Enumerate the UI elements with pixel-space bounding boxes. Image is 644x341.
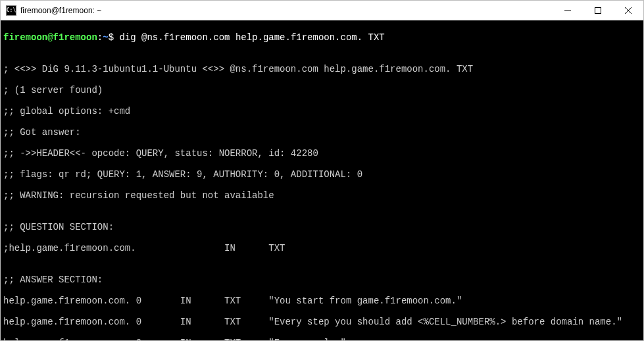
output-line: help.game.f1remoon.com. 0 IN TXT "Every … <box>3 317 641 327</box>
close-button[interactable] <box>613 1 643 20</box>
prompt-path: ~ <box>103 32 108 43</box>
minimize-button[interactable] <box>553 1 583 20</box>
terminal-body[interactable]: firemoon@f1remoon:~$ dig @ns.f1remoon.co… <box>1 20 643 340</box>
titlebar[interactable]: C:\ firemoon@f1remoon: ~ <box>1 1 643 20</box>
maximize-button[interactable] <box>583 1 613 20</box>
output-line: ;help.game.f1remoon.com. IN TXT <box>3 243 641 253</box>
svg-rect-1 <box>595 7 601 13</box>
output-line: help.game.f1remoon.com. 0 IN TXT "You st… <box>3 296 641 306</box>
terminal-window: C:\ firemoon@f1remoon: ~ firemoon@f1remo… <box>0 0 644 341</box>
output-line: help.game.f1remoon.com. 0 IN TXT "For ex… <box>3 338 641 340</box>
output-line: ;; ANSWER SECTION: <box>3 275 641 285</box>
prompt-user-host: firemoon@f1remoon <box>3 32 97 43</box>
close-icon <box>625 7 632 14</box>
output-line: ;; Got answer: <box>3 127 641 138</box>
prompt-dollar: $ <box>109 32 114 43</box>
output-line: ; (1 server found) <box>3 85 641 95</box>
output-line: ;; QUESTION SECTION: <box>3 222 641 232</box>
minimize-icon <box>564 7 571 14</box>
output-line: ; <<>> DiG 9.11.3-1ubuntu1.1-Ubuntu <<>>… <box>3 64 641 74</box>
window-title: firemoon@f1remoon: ~ <box>20 6 553 15</box>
maximize-icon <box>595 7 601 14</box>
window-controls <box>553 1 643 20</box>
output-line: ;; flags: qr rd; QUERY: 1, ANSWER: 9, AU… <box>3 169 641 180</box>
command-text: dig @ns.f1remoon.com help.game.f1remoon.… <box>119 32 384 43</box>
app-icon: C:\ <box>6 5 16 16</box>
output-line: ;; global options: +cmd <box>3 106 641 117</box>
output-line: ;; ->>HEADER<<- opcode: QUERY, status: N… <box>3 148 641 159</box>
output-line: ;; WARNING: recursion requested but not … <box>3 190 641 201</box>
prompt-colon: : <box>97 32 103 43</box>
